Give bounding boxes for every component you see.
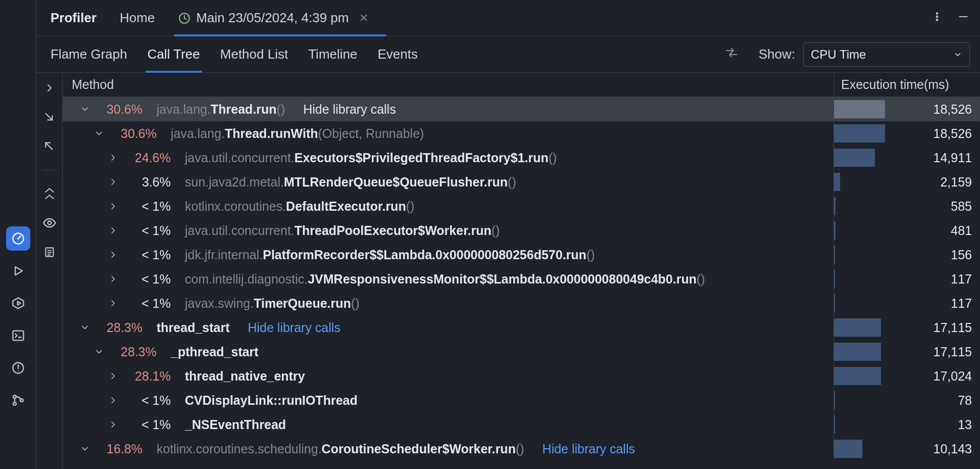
execution-time-value: 18,526	[885, 126, 980, 141]
chevron-right-icon[interactable]	[107, 176, 119, 188]
chevron-right-icon[interactable]	[107, 152, 119, 164]
execution-time-value: 14,911	[885, 151, 980, 165]
table-row[interactable]: < 1%javax.swing.TimerQueue.run()117	[63, 291, 980, 315]
svg-point-7	[18, 370, 19, 371]
chevron-down-icon[interactable]	[93, 346, 105, 358]
swap-icon[interactable]	[724, 46, 739, 62]
chevron-down-icon[interactable]	[79, 321, 91, 334]
chevron-down-icon[interactable]	[93, 127, 105, 139]
percentage-label: < 1%	[127, 248, 171, 262]
percentage-label: 30.6%	[99, 102, 142, 117]
chevron-right-icon[interactable]	[107, 273, 119, 285]
visibility-icon[interactable]	[41, 215, 58, 231]
view-tab-call-tree[interactable]: Call Tree	[148, 36, 200, 72]
percentage-label: 28.3%	[113, 345, 157, 359]
column-method[interactable]: Method	[63, 77, 834, 92]
method-name: java.lang.Thread.runWith(Object, Runnabl…	[171, 126, 424, 141]
chevron-down-icon[interactable]	[79, 443, 91, 455]
tab-snapshot[interactable]: Main 23/05/2024, 4:39 pm ✕	[178, 0, 368, 36]
svg-line-18	[45, 143, 52, 149]
execution-time-bar	[834, 291, 885, 315]
services-toolwindow-icon[interactable]	[6, 291, 30, 315]
method-name: _NSEventThread	[185, 417, 286, 432]
tab-home[interactable]: Home	[120, 0, 155, 36]
chevron-right-icon[interactable]	[107, 418, 119, 431]
snapshot-icon	[178, 12, 191, 25]
table-row[interactable]: < 1%kotlinx.coroutines.DefaultExecutor.r…	[63, 194, 980, 218]
call-tree-toolstrip	[36, 73, 63, 469]
chevron-right-icon[interactable]	[107, 200, 119, 212]
svg-point-19	[47, 221, 51, 225]
chevron-right-icon[interactable]	[107, 394, 119, 406]
percentage-label: < 1%	[127, 393, 171, 408]
table-row[interactable]: 16.8%kotlinx.coroutines.scheduling.Corou…	[63, 437, 980, 461]
more-menu-icon[interactable]	[932, 11, 943, 25]
view-tab-method-list[interactable]: Method List	[220, 36, 288, 72]
execution-time-bar	[834, 218, 885, 243]
chevron-right-icon[interactable]	[107, 249, 119, 261]
profiler-toolwindow-icon[interactable]	[6, 226, 30, 251]
show-select[interactable]: CPU Time	[803, 42, 970, 67]
terminal-toolwindow-icon[interactable]	[6, 323, 30, 348]
chevron-down-icon[interactable]	[79, 103, 91, 115]
svg-point-13	[937, 13, 938, 14]
column-execution-time[interactable]: Execution time(ms)	[834, 73, 980, 97]
execution-time-bar	[834, 412, 885, 437]
table-row[interactable]: < 1%jdk.jfr.internal.PlatformRecorder$$L…	[63, 243, 980, 267]
chevron-right-icon[interactable]	[107, 370, 119, 382]
table-row[interactable]: 28.3%thread_startHide library calls17,11…	[63, 315, 980, 340]
hide-library-calls-link[interactable]: Hide library calls	[543, 442, 635, 456]
svg-marker-2	[15, 267, 22, 275]
export-icon[interactable]	[41, 244, 58, 260]
execution-time-bar	[834, 437, 885, 461]
run-toolwindow-icon[interactable]	[6, 259, 30, 283]
table-row[interactable]: < 1%_NSEventThread13	[63, 412, 980, 437]
chevron-right-icon[interactable]	[107, 297, 119, 309]
method-name: java.util.concurrent.Executors$Privilege…	[185, 151, 557, 165]
percentage-label: < 1%	[127, 417, 171, 432]
expand-down-icon[interactable]	[41, 109, 58, 125]
table-row[interactable]: < 1%java.util.concurrent.ThreadPoolExecu…	[63, 218, 980, 243]
show-label: Show:	[759, 46, 795, 62]
svg-point-14	[937, 16, 938, 17]
table-row[interactable]: 28.3%_pthread_start17,115	[63, 340, 980, 364]
table-row[interactable]: 24.6%java.util.concurrent.Executors$Priv…	[63, 146, 980, 170]
execution-time-bar	[834, 146, 885, 170]
execution-time-value: 2,159	[885, 175, 980, 190]
minimize-icon[interactable]	[957, 10, 970, 26]
table-row[interactable]: < 1%com.intellij.diagnostic.JVMResponsiv…	[63, 267, 980, 291]
view-tab-flame-graph[interactable]: Flame Graph	[51, 36, 127, 72]
execution-time-value: 585	[885, 199, 980, 214]
hide-library-calls-link[interactable]: Hide library calls	[248, 320, 340, 335]
execution-time-bar	[834, 194, 885, 218]
table-row[interactable]: 30.6%java.lang.Thread.run()Hide library …	[63, 97, 980, 121]
view-tab-timeline[interactable]: Timeline	[308, 36, 357, 72]
method-name: java.util.concurrent.ThreadPoolExecutor$…	[185, 223, 500, 238]
close-icon[interactable]: ✕	[359, 12, 368, 25]
chevron-right-icon[interactable]	[107, 224, 119, 237]
collapse-up-icon[interactable]	[41, 138, 58, 155]
execution-time-bar	[834, 364, 885, 388]
method-name: thread_start	[157, 320, 230, 335]
table-row[interactable]: 3.6%sun.java2d.metal.MTLRenderQueue$Queu…	[63, 170, 980, 194]
vcs-toolwindow-icon[interactable]	[6, 388, 30, 412]
collapse-all-icon[interactable]	[41, 185, 58, 202]
hide-library-calls-link[interactable]: Hide library calls	[303, 102, 396, 117]
execution-time-value: 17,115	[885, 345, 980, 359]
profiler-view-tabs: Flame Graph Call Tree Method List Timeli…	[36, 36, 980, 73]
execution-time-value: 18,526	[885, 102, 980, 117]
expand-node-icon[interactable]	[41, 80, 58, 96]
table-row[interactable]: 30.6%java.lang.Thread.runWith(Object, Ru…	[63, 121, 980, 146]
execution-time-value: 117	[885, 272, 980, 287]
view-tab-events[interactable]: Events	[377, 36, 418, 72]
table-header: Method Execution time(ms)	[63, 73, 980, 97]
ide-left-toolbar	[0, 0, 36, 469]
percentage-label: 28.3%	[99, 320, 142, 335]
svg-rect-5	[13, 331, 23, 341]
call-tree-table: Method Execution time(ms) 30.6%java.lang…	[63, 73, 980, 469]
percentage-label: < 1%	[127, 296, 171, 311]
method-name: sun.java2d.metal.MTLRenderQueue$QueueFlu…	[185, 175, 516, 190]
problems-toolwindow-icon[interactable]	[6, 356, 30, 380]
table-row[interactable]: 28.1%thread_native_entry17,024	[63, 364, 980, 388]
table-row[interactable]: < 1%CVDisplayLink::runIOThread78	[63, 388, 980, 412]
